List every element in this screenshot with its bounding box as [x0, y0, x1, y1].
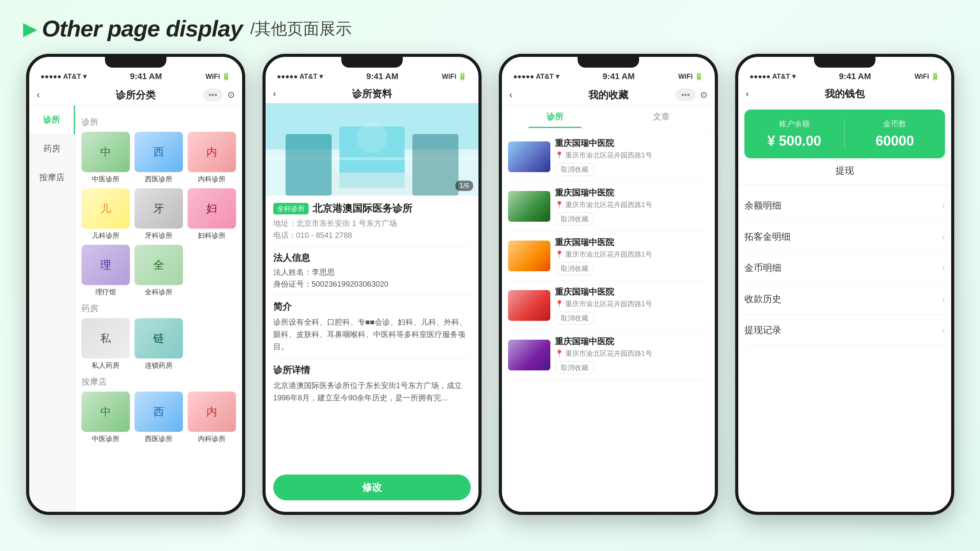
category-private-pharmacy[interactable]: 私 私人药房	[81, 318, 130, 370]
category-img-liao: 理	[81, 245, 130, 285]
fav-img-4	[508, 290, 550, 321]
scan-button-3[interactable]: ⊙	[700, 90, 707, 100]
arrow-balance-detail: ›	[942, 201, 945, 210]
fav-img-5	[508, 340, 550, 370]
intro-title: 简介	[273, 300, 471, 313]
menu-item-payment-history[interactable]: 收款历史 ›	[744, 284, 945, 315]
nav-actions-3: ••• ⊙	[676, 88, 707, 101]
svg-rect-7	[332, 173, 412, 196]
category-label-massage-2: 西医诊所	[145, 434, 173, 443]
category-zhongyi[interactable]: 中 中医诊所	[81, 132, 130, 184]
header-title-cn: /其他页面展示	[250, 18, 352, 40]
back-button-2[interactable]: ‹	[273, 88, 276, 99]
back-button-3[interactable]: ‹	[510, 90, 513, 100]
unfav-btn-4[interactable]: 取消收藏	[555, 312, 594, 325]
menu-item-coins-detail[interactable]: 金币明细 ›	[744, 252, 945, 284]
divider-3	[273, 358, 471, 358]
phones-container: ●●●●● AT&T ▾ 9:41 AM WiFi 🔋 ‹ 诊所分类 ••• ⊙…	[23, 54, 957, 515]
phone-clinic-info: ●●●●● AT&T ▾ 9:41 AM WiFi 🔋 ‹ 诊所资料	[262, 54, 482, 515]
withdraw-button[interactable]: 提现	[738, 164, 951, 177]
more-button-3[interactable]: •••	[676, 88, 695, 101]
carrier-4: ●●●●● AT&T ▾	[750, 72, 796, 81]
category-erke[interactable]: 儿 儿科诊所	[81, 188, 130, 240]
category-massage-2[interactable]: 西 西医诊所	[135, 392, 183, 443]
clinic-phone: 电话：010 - 8541 2788	[273, 230, 471, 241]
clinic-address: 地址：北京市东长安街 1 号东方广场	[273, 218, 471, 229]
legal-id: 身份证号：500236199203063020	[273, 279, 471, 289]
back-button-4[interactable]: ‹	[746, 88, 749, 99]
status-bar-2: ●●●●● AT&T ▾ 9:41 AM WiFi 🔋	[266, 57, 478, 85]
category-yaoke[interactable]: 牙 牙科诊所	[135, 188, 183, 240]
clinic-image	[266, 103, 478, 196]
category-label-erke: 儿科诊所	[92, 231, 120, 240]
status-bar-4: ●●●●● AT&T ▾ 9:41 AM WiFi 🔋	[738, 57, 951, 85]
nav-title-4: 我的钱包	[825, 87, 865, 101]
scan-button-1[interactable]: ⊙	[228, 90, 234, 100]
modify-button[interactable]: 修改	[273, 475, 471, 500]
menu-item-referral-detail[interactable]: 拓客金明细 ›	[744, 221, 945, 252]
category-img-zhongyi: 中	[81, 132, 130, 172]
clinic-name-row: 全科诊所 北京港澳国际医务诊所	[273, 202, 471, 215]
carrier-2: ●●●●● AT&T ▾	[277, 72, 323, 81]
tab-article[interactable]: 文章	[608, 106, 715, 128]
category-img-private-pharmacy: 私	[81, 318, 130, 358]
sidebar-item-massage[interactable]: 按摩店	[29, 163, 75, 192]
unfav-btn-5[interactable]: 取消收藏	[555, 361, 594, 374]
category-img-massage-2: 西	[135, 392, 183, 432]
wallet-coins-col: 金币数 60000	[856, 119, 933, 149]
category-label-liao: 理疗馆	[95, 287, 116, 297]
category-neike[interactable]: 内 内科诊所	[188, 132, 236, 184]
sidebar-item-clinic[interactable]: 诊所	[29, 106, 75, 134]
category-chain-pharmacy[interactable]: 链 连锁药房	[135, 318, 183, 370]
time-2: 9:41 AM	[366, 71, 399, 81]
category-img-fuke: 妇	[188, 188, 236, 229]
category-fuke[interactable]: 妇 妇科诊所	[188, 188, 236, 240]
unfav-btn-3[interactable]: 取消收藏	[555, 262, 594, 275]
wallet-balance-col: 账户余额 ¥ 500.00	[756, 119, 833, 149]
fav-addr-4: 📍 重庆市渝北区花卉园西路1号	[555, 299, 709, 309]
category-label-fuke: 妇科诊所	[198, 231, 226, 240]
list-item: 重庆国瑞中医院 📍 重庆市渝北区花卉园西路1号 取消收藏	[508, 281, 709, 330]
coins-label: 金币数	[856, 119, 933, 129]
menu-item-withdraw-history[interactable]: 提现记录 ›	[744, 315, 945, 346]
section-title-pharmacy: 药房	[81, 303, 236, 314]
unfav-btn-1[interactable]: 取消收藏	[555, 163, 594, 176]
category-liao[interactable]: 理 理疗馆	[81, 245, 130, 297]
clinic-info-section: 全科诊所 北京港澳国际医务诊所 地址：北京市东长安街 1 号东方广场 电话：01…	[266, 196, 478, 410]
category-massage-3[interactable]: 内 内科诊所	[188, 392, 236, 443]
tab-clinic[interactable]: 诊所	[502, 106, 608, 128]
list-item: 重庆国瑞中医院 📍 重庆市渝北区花卉园西路1号 取消收藏	[508, 330, 709, 380]
time-3: 9:41 AM	[603, 71, 635, 81]
back-button-1[interactable]: ‹	[37, 90, 40, 100]
intro-text: 诊所设有全科、口腔科、专■■会诊、妇科、儿科、外科、眼科、皮肤科、耳鼻咽喉科、中…	[273, 316, 471, 353]
nav-title-3: 我的收藏	[588, 88, 628, 102]
arrow-coins-detail: ›	[942, 264, 945, 272]
category-img-massage-3: 内	[188, 392, 236, 432]
arrow-referral-detail: ›	[942, 232, 945, 241]
fav-details-5: 重庆国瑞中医院 📍 重庆市渝北区花卉园西路1号 取消收藏	[555, 336, 709, 374]
arrow-withdraw-history: ›	[942, 326, 945, 335]
menu-item-balance-detail[interactable]: 余额明细 ›	[744, 190, 945, 221]
phone-clinic-category: ●●●●● AT&T ▾ 9:41 AM WiFi 🔋 ‹ 诊所分类 ••• ⊙…	[26, 54, 245, 515]
more-button-1[interactable]: •••	[203, 88, 223, 101]
fav-addr-1: 📍 重庆市渝北区花卉园西路1号	[555, 151, 709, 160]
header-title-en: Other page display	[42, 15, 243, 42]
fav-addr-2: 📍 重庆市渝北区花卉园西路1号	[555, 200, 709, 209]
sidebar-item-pharmacy[interactable]: 药房	[29, 134, 75, 163]
unfav-btn-2[interactable]: 取消收藏	[555, 212, 594, 226]
category-xiyi[interactable]: 西 西医诊所	[135, 132, 183, 184]
detail-text: 北京港澳国际医务诊所位于东长安街1号东方广场，成立1996年8月，建立至今90余…	[273, 379, 471, 404]
divider-1	[273, 246, 471, 246]
clinic-banner: 1/6	[266, 103, 478, 196]
nav-bar-2: ‹ 诊所资料	[266, 85, 478, 103]
category-quanke[interactable]: 全 全科诊所	[135, 245, 183, 297]
category-label-chain-pharmacy: 连锁药房	[145, 361, 173, 370]
arrow-payment-history: ›	[942, 295, 945, 304]
clinic-badge: 全科诊所	[273, 203, 309, 214]
svg-point-4	[357, 123, 387, 153]
time-1: 9:41 AM	[130, 71, 162, 81]
category-massage-1[interactable]: 中 中医诊所	[81, 392, 130, 443]
phone-wallet: ●●●●● AT&T ▾ 9:41 AM WiFi 🔋 ‹ 我的钱包 账户余额 …	[735, 54, 954, 515]
status-bar-1: ●●●●● AT&T ▾ 9:41 AM WiFi 🔋	[29, 57, 242, 85]
fav-details-2: 重庆国瑞中医院 📍 重庆市渝北区花卉园西路1号 取消收藏	[555, 187, 709, 226]
